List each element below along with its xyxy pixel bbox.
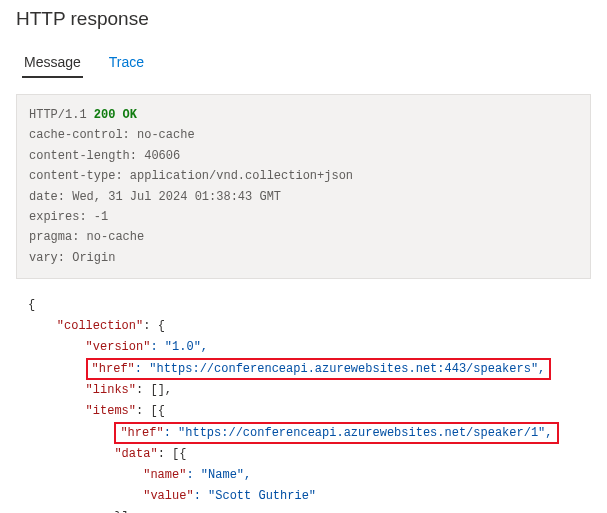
tab-trace[interactable]: Trace <box>107 48 146 78</box>
colon-brace-1: : { <box>143 319 165 333</box>
val-href-item: : "https://conferenceapi.azurewebsites.n… <box>164 426 553 440</box>
key-links: "links" <box>86 383 136 397</box>
header-cache-control: cache-control: no-cache <box>29 125 578 145</box>
http-headers-block: HTTP/1.1 200 OK cache-control: no-cache … <box>16 94 591 279</box>
highlight-href-item: "href": "https://conferenceapi.azurewebs… <box>114 422 558 444</box>
key-collection: "collection" <box>57 319 143 333</box>
page-title: HTTP response <box>16 8 591 30</box>
highlight-href-collection: "href": "https://conferenceapi.azurewebs… <box>86 358 552 380</box>
http-protocol: HTTP/1.1 <box>29 108 94 122</box>
val-data-open: : [{ <box>158 447 187 461</box>
key-name: "name" <box>143 468 186 482</box>
key-href-item: "href" <box>120 426 163 440</box>
header-expires: expires: -1 <box>29 207 578 227</box>
val-href-coll: : "https://conferenceapi.azurewebsites.n… <box>135 362 545 376</box>
header-content-length: content-length: 40606 <box>29 146 578 166</box>
header-pragma: pragma: no-cache <box>29 227 578 247</box>
val-version: : "1.0", <box>150 340 208 354</box>
key-href-coll: "href" <box>92 362 135 376</box>
key-version: "version" <box>86 340 151 354</box>
key-data: "data" <box>114 447 157 461</box>
key-value: "value" <box>143 489 193 503</box>
http-status-line: HTTP/1.1 200 OK <box>29 105 578 125</box>
header-vary: vary: Origin <box>29 248 578 268</box>
val-value: : "Scott Guthrie" <box>194 489 316 503</box>
json-body: { "collection": { "version": "1.0", "hre… <box>16 295 591 513</box>
val-items-open: : [{ <box>136 404 165 418</box>
header-content-type: content-type: application/vnd.collection… <box>29 166 578 186</box>
json-open: { <box>28 298 35 312</box>
header-date: date: Wed, 31 Jul 2024 01:38:43 GMT <box>29 187 578 207</box>
val-links-empty: : [], <box>136 383 172 397</box>
val-name: : "Name", <box>186 468 251 482</box>
tab-bar: Message Trace <box>16 48 591 78</box>
tab-message[interactable]: Message <box>22 48 83 78</box>
key-items: "items" <box>86 404 136 418</box>
http-status-code: 200 OK <box>94 108 137 122</box>
